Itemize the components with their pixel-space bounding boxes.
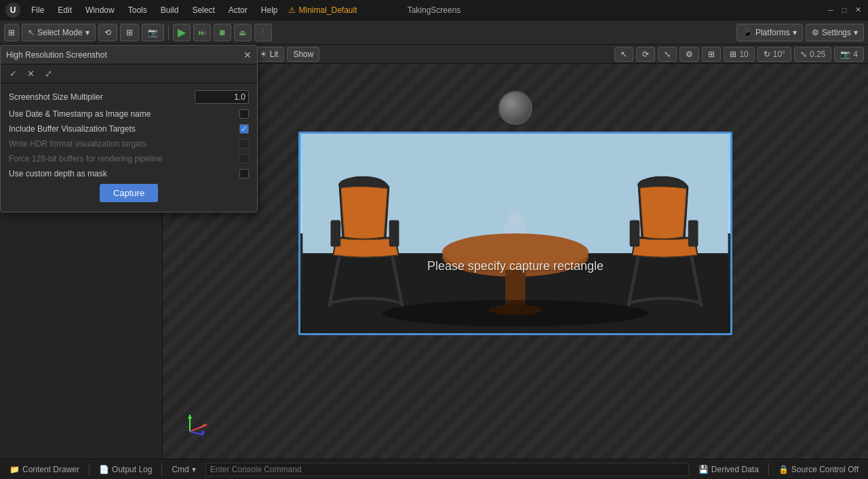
content-drawer-button[interactable]: 📁 Content Drawer <box>5 459 83 479</box>
toolbar-icon1[interactable]: ⊞ <box>4 24 19 41</box>
viewport-area[interactable]: ≡ ⬡ Perspective ☀ Lit Show ↖ ⟳ ⤡ ⚙ ⊞ ⊞ 1… <box>163 45 868 459</box>
select-mode-chevron: ▾ <box>85 28 90 37</box>
menu-window[interactable]: Window <box>80 4 120 16</box>
include-buffer-checkbox[interactable]: ✓ <box>239 124 249 134</box>
use-date-row: Use Date & Timestamp as Image name <box>9 109 249 119</box>
viewport-settings[interactable]: ⚙ <box>679 47 699 62</box>
menu-select[interactable]: Select <box>186 4 220 16</box>
status-right: 💾 Derived Data 🔒 Source Control Off <box>694 463 863 476</box>
svg-point-17 <box>382 300 648 326</box>
content-drawer-icon: 📁 <box>9 465 20 474</box>
stop-button[interactable]: ⏹ <box>214 24 231 41</box>
svg-rect-8 <box>389 220 399 246</box>
custom-depth-label: Use custom depth as mask <box>9 169 239 178</box>
hr-screenshot-dialog: High Resolution Screenshot ✕ ✓ ✕ ⤢ Scree… <box>0 45 258 212</box>
eject-button[interactable]: ⏏ <box>234 24 252 41</box>
viewport-right-controls: ↖ ⟳ ⤡ ⚙ ⊞ ⊞ 10 ↻ 10° ⤡ 0.25 📷 <box>614 47 864 62</box>
dialog-toolbar: ✓ ✕ ⤢ <box>1 64 257 83</box>
svg-point-4 <box>507 209 524 225</box>
derived-data-button[interactable]: 💾 Derived Data <box>694 465 763 474</box>
project-name: ⚠ Minimal_Default <box>288 5 357 15</box>
menu-edit[interactable]: Edit <box>52 4 77 16</box>
scale-button[interactable]: ⤡ 0.25 <box>794 47 831 62</box>
use-date-label: Use Date & Timestamp as Image name <box>9 109 239 119</box>
cmd-button[interactable]: Cmd ▾ <box>167 459 199 479</box>
status-sep2 <box>161 463 162 476</box>
rotate-mode[interactable]: ⟳ <box>636 47 655 62</box>
title-bar: U File Edit Window Tools Build Select Ac… <box>0 0 868 20</box>
use-date-checkbox[interactable] <box>239 109 249 119</box>
dialog-expand-button[interactable]: ⤢ <box>41 67 55 81</box>
svg-marker-22 <box>188 415 192 419</box>
maximize-button[interactable]: □ <box>840 5 849 15</box>
menu-file[interactable]: File <box>26 4 50 16</box>
capture-button[interactable]: Capture <box>100 184 158 202</box>
minimize-button[interactable]: ─ <box>826 5 835 15</box>
source-control-button[interactable]: 🔒 Source Control Off <box>774 465 863 474</box>
custom-depth-checkbox[interactable] <box>239 169 249 178</box>
show-button[interactable]: Show <box>287 47 319 62</box>
dialog-title-text: High Resolution Screenshot <box>6 50 243 60</box>
write-hdr-checkbox[interactable] <box>239 139 249 149</box>
svg-rect-11 <box>630 220 640 246</box>
menu-help[interactable]: Help <box>256 4 283 16</box>
force-128bit-label: Force 128-bit buffers for rendering pipe… <box>9 154 239 164</box>
capture-message: Please specify capture rectangle <box>427 259 604 273</box>
force-128bit-row: Force 128-bit buffers for rendering pipe… <box>9 154 249 164</box>
output-log-button[interactable]: 📄 Output Log <box>95 459 156 479</box>
select-mode-icon: ↖ <box>28 28 35 37</box>
camera-sphere <box>498 91 532 125</box>
screenshot-size-label: Screenshot Size Multiplier <box>9 92 195 102</box>
viewport-toolbar: ≡ ⬡ Perspective ☀ Lit Show ↖ ⟳ ⤡ ⚙ ⊞ ⊞ 1… <box>163 45 868 64</box>
toolbar-camera[interactable]: 📷 <box>142 24 164 41</box>
platforms-button[interactable]: 📱 Platforms ▾ <box>736 24 803 41</box>
settings-button[interactable]: ⚙ Settings ▾ <box>806 24 864 41</box>
write-hdr-row: Write HDR format visualization targets <box>9 139 249 149</box>
lit-button[interactable]: ☀ Lit <box>254 47 285 62</box>
settings-chevron: ▾ <box>854 28 858 37</box>
scale-icon: ⤡ <box>800 50 807 59</box>
toolbar-sep1 <box>168 25 169 40</box>
toolbar-snap[interactable]: ⊞ <box>120 24 139 41</box>
menu-tools[interactable]: Tools <box>123 4 153 16</box>
play-button[interactable]: ▶ <box>173 24 191 41</box>
lit-icon: ☀ <box>260 50 267 59</box>
viewport-background: Please specify capture rectangle <box>163 64 868 459</box>
extra-play-btn[interactable]: ⋮ <box>254 24 272 41</box>
menu-bar: File Edit Window Tools Build Select Acto… <box>26 4 283 16</box>
settings-icon: ⚙ <box>812 28 819 37</box>
scale-mode[interactable]: ⤡ <box>658 47 677 62</box>
toolbar-right: 📱 Platforms ▾ ⚙ Settings ▾ <box>736 24 864 41</box>
force-128bit-checkbox[interactable] <box>239 154 249 164</box>
grid-icon: ⊞ <box>730 50 736 59</box>
ue-logo: U <box>5 3 20 18</box>
skip-button[interactable]: ⏭ <box>193 24 211 41</box>
include-buffer-label: Include Buffer Visualization Targets <box>9 124 239 134</box>
axis-indicator <box>183 411 210 438</box>
source-control-icon: 🔒 <box>778 465 789 474</box>
toolbar-transform[interactable]: ⟲ <box>98 24 117 41</box>
custom-depth-row: Use custom depth as mask <box>9 169 249 178</box>
dialog-body: Screenshot Size Multiplier Use Date & Ti… <box>1 83 257 212</box>
screenshot-size-row: Screenshot Size Multiplier <box>9 90 249 104</box>
dialog-cancel-button[interactable]: ✕ <box>24 67 37 81</box>
grid-button[interactable]: ⊞ 10 <box>724 47 754 62</box>
close-button[interactable]: ✕ <box>853 5 863 15</box>
scene-preview[interactable]: Please specify capture rectangle <box>298 132 732 335</box>
dialog-title-bar: High Resolution Screenshot ✕ <box>1 45 257 64</box>
dialog-confirm-button[interactable]: ✓ <box>6 67 20 81</box>
svg-rect-7 <box>331 220 341 246</box>
main-toolbar: ⊞ ↖ Select Mode ▾ ⟲ ⊞ 📷 ▶ ⏭ ⏹ ⏏ ⋮ 📱 Plat… <box>0 20 868 45</box>
console-input[interactable] <box>205 463 689 476</box>
translate-mode[interactable]: ↖ <box>614 47 633 62</box>
menu-actor[interactable]: Actor <box>223 4 253 16</box>
maximize-viewport[interactable]: ⊞ <box>702 47 721 62</box>
angle-button[interactable]: ↻ 10° <box>757 47 791 62</box>
derived-data-icon: 💾 <box>698 465 709 474</box>
screenshot-size-input[interactable] <box>195 90 249 104</box>
menu-build[interactable]: Build <box>155 4 184 16</box>
camera-button[interactable]: 📷 4 <box>834 47 864 62</box>
dialog-close-button[interactable]: ✕ <box>243 50 252 60</box>
select-mode-button[interactable]: ↖ Select Mode ▾ <box>22 24 96 41</box>
status-sep3 <box>768 463 769 476</box>
